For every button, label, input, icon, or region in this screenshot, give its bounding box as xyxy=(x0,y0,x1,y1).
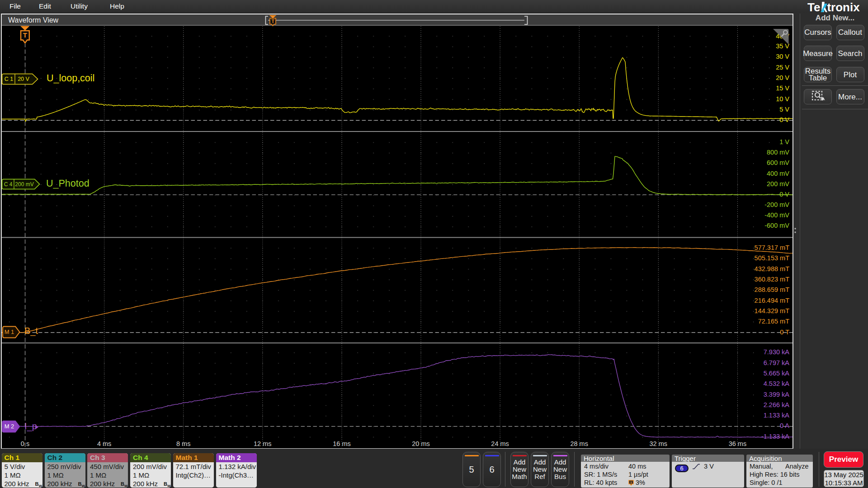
svg-text:8 ms: 8 ms xyxy=(176,440,190,447)
svg-text:35 V: 35 V xyxy=(776,42,789,50)
svg-text:432.988 mT: 432.988 mT xyxy=(755,265,790,272)
svg-text:I_p: I_p xyxy=(24,421,37,432)
svg-text:0 A: 0 A xyxy=(780,422,789,429)
svg-text:28 ms: 28 ms xyxy=(570,440,588,447)
svg-text:0 V: 0 V xyxy=(779,116,789,123)
svg-text:C 4: C 4 xyxy=(4,181,13,188)
svg-text:-1.133 kA: -1.133 kA xyxy=(761,433,789,440)
svg-text:200 mV: 200 mV xyxy=(767,180,789,188)
svg-text:72.165 mT: 72.165 mT xyxy=(758,318,789,325)
svg-text:24 ms: 24 ms xyxy=(491,440,509,447)
svg-text:M 1: M 1 xyxy=(5,328,14,335)
svg-text:7.930 kA: 7.930 kA xyxy=(764,348,790,356)
svg-text:-600 mV: -600 mV xyxy=(764,222,789,229)
svg-text:400 mV: 400 mV xyxy=(767,170,789,177)
svg-text:600 mV: 600 mV xyxy=(767,159,789,166)
svg-text:360.823 mT: 360.823 mT xyxy=(755,276,790,283)
svg-text:B_t: B_t xyxy=(24,326,38,336)
svg-text:200 mV: 200 mV xyxy=(15,181,33,188)
svg-text:2.266 kA: 2.266 kA xyxy=(764,401,790,408)
svg-text:0 V: 0 V xyxy=(779,191,789,198)
svg-text:800 mV: 800 mV xyxy=(767,149,789,156)
svg-text:6.797 kA: 6.797 kA xyxy=(764,359,790,366)
svg-text:288.659 mT: 288.659 mT xyxy=(755,286,790,293)
svg-text:4.532 kA: 4.532 kA xyxy=(764,380,790,387)
svg-text:T: T xyxy=(23,31,27,39)
svg-text:U_Photod: U_Photod xyxy=(46,178,90,189)
svg-text:15 V: 15 V xyxy=(776,84,789,92)
svg-text:5 V: 5 V xyxy=(779,106,789,113)
svg-text:20 V: 20 V xyxy=(18,76,29,82)
svg-text:20 V: 20 V xyxy=(776,74,789,81)
svg-text:5.665 kA: 5.665 kA xyxy=(764,370,790,377)
svg-text:505.153 mT: 505.153 mT xyxy=(755,254,790,262)
svg-text:25 V: 25 V xyxy=(776,64,789,71)
svg-text:10 V: 10 V xyxy=(776,95,789,103)
svg-text:U_loop,coil: U_loop,coil xyxy=(47,73,94,84)
svg-text:1.133 kA: 1.133 kA xyxy=(764,412,790,419)
svg-text:3.399 kA: 3.399 kA xyxy=(764,391,790,398)
svg-text:36 ms: 36 ms xyxy=(729,440,747,447)
svg-text:4 ms: 4 ms xyxy=(97,440,111,447)
svg-text:30 V: 30 V xyxy=(776,53,789,60)
svg-text:C 1: C 1 xyxy=(5,76,14,82)
svg-text:T: T xyxy=(271,19,274,24)
svg-text:12 ms: 12 ms xyxy=(254,440,272,447)
svg-text:M 2: M 2 xyxy=(5,423,14,430)
svg-text:0 T: 0 T xyxy=(780,328,789,336)
svg-text:-400 mV: -400 mV xyxy=(764,211,789,219)
svg-text:216.494 mT: 216.494 mT xyxy=(755,297,790,304)
svg-text:-200 mV: -200 mV xyxy=(764,201,789,208)
svg-text:16 ms: 16 ms xyxy=(333,440,351,447)
svg-text:0 s: 0 s xyxy=(21,440,29,447)
svg-text:20 ms: 20 ms xyxy=(412,440,430,447)
svg-text:1 V: 1 V xyxy=(779,138,789,145)
svg-text:577.317 mT: 577.317 mT xyxy=(755,244,790,251)
svg-text:32 ms: 32 ms xyxy=(650,440,668,447)
svg-text:144.329 mT: 144.329 mT xyxy=(755,307,790,314)
svg-text:T: T xyxy=(630,481,632,485)
